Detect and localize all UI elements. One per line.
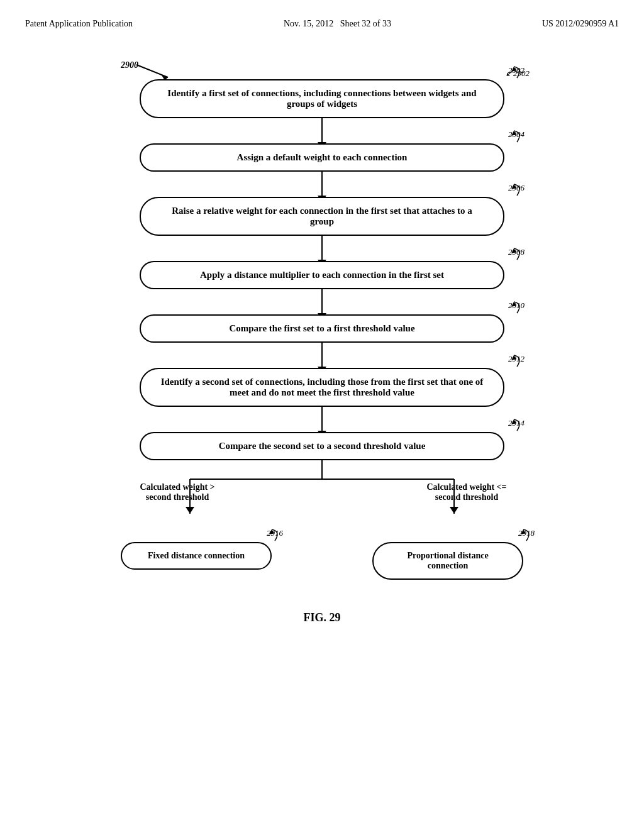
node-2912-text: Identify a second set of connections, in… (161, 377, 484, 397)
node-2910-text: Compare the first set to a first thresho… (229, 323, 414, 333)
diagram-area: 2900 Identify a first set of connections… (25, 42, 619, 624)
node-2904-box: Assign a default weight to each connecti… (140, 143, 504, 172)
node-2918-ref: 2918 (518, 528, 535, 538)
branch-terminals: Fixed distance connection 2916 Proportio… (102, 542, 542, 580)
node-2916-box: Fixed distance connection (121, 542, 272, 570)
svg-marker-12 (186, 507, 194, 514)
node-2916-container: Fixed distance connection 2916 (102, 542, 291, 580)
node-2910-box: Compare the first set to a first thresho… (140, 314, 504, 343)
header-right: US 2012/0290959 A1 (542, 19, 619, 29)
node-2918-text: Proportional distance connection (407, 551, 488, 570)
node-2904-row: Assign a default weight to each connecti… (102, 143, 542, 197)
node-2912-row: Identify a second set of connections, in… (102, 368, 542, 432)
header-left: Patent Application Publication (25, 19, 133, 29)
svg-marker-14 (450, 507, 458, 514)
branch-left-label: Calculated weight > second threshold (108, 482, 247, 502)
node-2904-text: Assign a default weight to each connecti… (237, 152, 408, 162)
node-2902-text: Identify a first set of connections, inc… (167, 88, 476, 109)
arrow-4 (321, 289, 323, 314)
node-2902-row: Identify a first set of connections, inc… (102, 79, 542, 143)
node-2916-text: Fixed distance connection (148, 551, 245, 560)
node-2906-ref-text: 2906 (508, 183, 525, 193)
branch-right-label: Calculated weight <= second threshold (397, 482, 536, 502)
page: Patent Application Publication Nov. 15, … (0, 0, 644, 830)
arrow-6 (321, 407, 323, 432)
node-2916-ref: 2916 (267, 528, 283, 538)
page-header: Patent Application Publication Nov. 15, … (25, 13, 619, 42)
node-2918-box: Proportional distance connection (372, 542, 523, 580)
figure-caption: FIG. 29 (303, 611, 340, 624)
arrow-5 (321, 343, 323, 368)
arrow-3 (321, 236, 323, 261)
node-2902-box: Identify a first set of connections, inc… (140, 79, 504, 118)
node-2918-container: Proportional distance connection 2918 (353, 542, 542, 580)
node-2914-row: Compare the second set to a second thres… (102, 432, 542, 460)
arrow-2 (321, 172, 323, 197)
node-2908-ref-text: 2908 (508, 247, 525, 257)
node-2906-row: Raise a relative weight for each connect… (102, 197, 542, 261)
branch-area: Calculated weight > second threshold Cal… (102, 460, 542, 542)
node-2906-box: Raise a relative weight for each connect… (140, 197, 504, 236)
figure-caption-text: FIG. 29 (303, 611, 340, 624)
node-2914-box: Compare the second set to a second thres… (140, 432, 504, 460)
node-2910-ref-text: 2910 (508, 301, 525, 311)
node-2902-ref-text: 2902 (508, 65, 525, 75)
node-2914-ref-text: 2914 (508, 418, 525, 428)
flow-container: Identify a first set of connections, inc… (102, 79, 542, 580)
node-2910-row: Compare the first set to a first thresho… (102, 314, 542, 368)
node-2906-text: Raise a relative weight for each connect… (172, 206, 472, 226)
node-2908-box: Apply a distance multiplier to each conn… (140, 261, 504, 289)
node-2908-text: Apply a distance multiplier to each conn… (200, 270, 444, 280)
node-2912-box: Identify a second set of connections, in… (140, 368, 504, 407)
node-2908-row: Apply a distance multiplier to each conn… (102, 261, 542, 314)
node-2914-text: Compare the second set to a second thres… (219, 441, 426, 451)
node-2912-ref-text: 2912 (508, 354, 525, 364)
header-center: Nov. 15, 2012 Sheet 32 of 33 (284, 19, 391, 29)
arrow-1 (321, 118, 323, 143)
node-2904-ref-text: 2904 (508, 130, 525, 140)
